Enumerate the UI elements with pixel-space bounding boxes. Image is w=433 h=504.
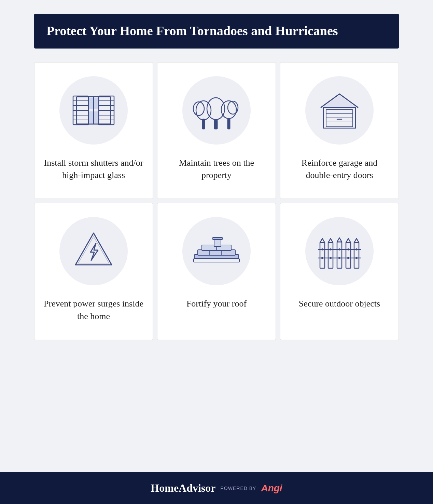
card-label-storm-shutters: Install storm shutters and/or high-impac… (41, 157, 146, 182)
svg-point-62 (347, 257, 349, 259)
svg-marker-45 (328, 239, 333, 243)
svg-rect-15 (89, 111, 93, 123)
svg-rect-21 (214, 120, 218, 129)
icon-circle-garage-doors (305, 76, 374, 145)
svg-point-59 (321, 257, 323, 259)
icon-circle-power-surges (59, 217, 128, 285)
card-label-outdoor-objects: Secure outdoor objects (299, 298, 380, 310)
svg-point-57 (347, 248, 349, 250)
svg-rect-18 (202, 119, 205, 129)
svg-marker-47 (337, 238, 342, 242)
page-title: Protect Your Home From Tornadoes and Hur… (46, 23, 387, 39)
svg-rect-46 (337, 242, 342, 268)
icon-circle-fortify-roof (182, 217, 251, 285)
card-label-power-surges: Prevent power surges inside the home (41, 298, 146, 323)
card-grid: Install storm shutters and/or high-impac… (34, 62, 399, 340)
power-surges-icon (71, 229, 116, 273)
svg-point-63 (355, 257, 358, 259)
svg-rect-40 (213, 237, 222, 240)
svg-point-19 (196, 101, 211, 120)
storm-shutters-icon (71, 93, 116, 127)
icon-circle-maintain-trees (182, 76, 251, 145)
svg-rect-28 (326, 110, 353, 127)
card-label-garage-doors: Reinforce garage and double-entry doors (287, 157, 392, 182)
card-label-maintain-trees: Maintain trees on the property (164, 157, 269, 182)
card-label-fortify-roof: Fortify your roof (186, 298, 247, 310)
svg-point-22 (207, 98, 225, 120)
svg-rect-14 (89, 98, 93, 109)
svg-rect-23 (227, 119, 230, 129)
svg-marker-49 (346, 239, 351, 243)
garage-doors-icon (317, 90, 362, 131)
svg-point-58 (355, 248, 358, 250)
maintain-trees-icon (193, 90, 240, 131)
outdoor-objects-icon (314, 229, 365, 273)
card-garage-doors: Reinforce garage and double-entry doors (280, 62, 399, 199)
card-storm-shutters: Install storm shutters and/or high-impac… (34, 62, 153, 199)
svg-point-56 (338, 248, 340, 250)
header-banner: Protect Your Home From Tornadoes and Hur… (34, 14, 399, 49)
svg-point-60 (330, 257, 332, 259)
svg-rect-41 (194, 259, 239, 262)
svg-rect-48 (346, 243, 351, 268)
card-power-surges: Prevent power surges inside the home (34, 203, 153, 340)
svg-rect-42 (320, 243, 325, 268)
svg-point-54 (321, 248, 323, 250)
svg-marker-51 (354, 239, 359, 243)
svg-rect-17 (94, 111, 98, 123)
svg-marker-26 (322, 95, 357, 108)
card-maintain-trees: Maintain trees on the property (157, 62, 276, 199)
svg-point-20 (193, 102, 204, 115)
svg-rect-16 (94, 98, 98, 109)
svg-point-55 (330, 248, 332, 250)
footer-powered-by-label: POWERED BY (221, 486, 256, 491)
svg-point-61 (338, 257, 340, 259)
card-outdoor-objects: Secure outdoor objects (280, 203, 399, 340)
footer-homeadvisor-label: HomeAdvisor (151, 482, 215, 494)
fortify-roof-icon (191, 231, 242, 272)
svg-marker-43 (320, 239, 325, 243)
icon-circle-storm-shutters (59, 76, 128, 145)
footer-angi-label: Angi (261, 483, 282, 494)
card-fortify-roof: Fortify your roof (157, 203, 276, 340)
svg-rect-50 (354, 243, 359, 268)
footer: HomeAdvisor POWERED BY Angi (0, 472, 433, 504)
svg-rect-44 (328, 243, 333, 268)
icon-circle-outdoor-objects (305, 217, 374, 285)
